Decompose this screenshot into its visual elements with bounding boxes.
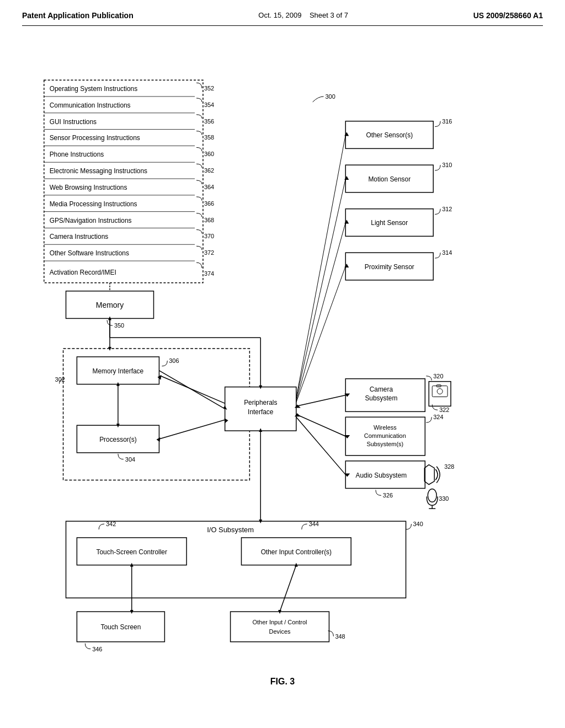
ref-342: 342 <box>106 521 116 527</box>
proximity-sensor-label: Proximity Sensor <box>365 263 414 271</box>
ref-300: 300 <box>326 93 335 100</box>
ref-310: 310 <box>442 162 452 168</box>
motion-sensor-label: Motion Sensor <box>368 175 411 183</box>
page-header: Patent Application Publication Oct. 15, … <box>22 11 543 26</box>
svg-line-56 <box>296 223 345 402</box>
processors-label: Processor(s) <box>99 436 137 443</box>
row-media: Media Processing Instructions <box>50 200 137 208</box>
svg-line-54 <box>296 179 345 399</box>
svg-rect-36 <box>231 612 329 642</box>
row-gui: GUI Instructions <box>50 118 97 126</box>
ref-304: 304 <box>125 456 135 463</box>
touch-screen-label: Touch Screen <box>100 623 141 631</box>
header-sheet: Sheet 3 of 7 <box>310 11 348 19</box>
ref-306: 306 <box>169 357 179 364</box>
ref-346: 346 <box>92 646 102 652</box>
ref-344: 344 <box>309 521 319 527</box>
svg-point-29 <box>428 489 436 502</box>
row-activation: Activation Record/IMEI <box>50 269 116 276</box>
header-right: US 2009/258660 A1 <box>473 11 543 20</box>
ref-374: 374 <box>204 270 214 277</box>
row-web: Web Browsing Instructions <box>50 184 127 191</box>
row-os: Operating System Instructions <box>50 85 138 93</box>
wireless-label1: Wireless <box>374 424 397 431</box>
ref-320: 320 <box>433 373 443 379</box>
ref-340: 340 <box>413 521 423 527</box>
ref-372: 372 <box>204 249 214 256</box>
ref-324: 324 <box>433 414 443 420</box>
ref-358: 358 <box>204 134 214 141</box>
ref-356: 356 <box>204 118 214 125</box>
ref-328: 328 <box>444 463 454 470</box>
light-sensor-label: Light Sensor <box>371 219 408 227</box>
peripherals-label2: Interface <box>248 408 274 416</box>
header-left: Patent Application Publication <box>22 11 134 20</box>
ref-348: 348 <box>335 633 345 640</box>
diagram-svg: Operating System Instructions Communicat… <box>22 37 543 671</box>
header-center: Oct. 15, 2009 Sheet 3 of 7 <box>258 11 348 19</box>
other-sensors-label: Other Sensor(s) <box>366 131 413 139</box>
ref-368: 368 <box>204 217 214 223</box>
camera-label2: Subsystem <box>365 394 397 402</box>
svg-line-60 <box>296 395 345 406</box>
ref-312: 312 <box>442 206 452 212</box>
row-email: Electronic Messaging Instructions <box>50 167 147 175</box>
fig-label: FIG. 3 <box>22 677 543 687</box>
ref-362: 362 <box>204 167 214 174</box>
ref-352: 352 <box>204 85 214 92</box>
page: Patent Application Publication Oct. 15, … <box>0 0 565 728</box>
ref-354: 354 <box>204 101 214 108</box>
peripherals-label1: Peripherals <box>244 399 277 406</box>
camera-label1: Camera <box>370 386 393 393</box>
row-other-sw: Other Software Instructions <box>50 249 129 257</box>
ref-366: 366 <box>204 200 214 207</box>
other-input-ctrl-label: Other Input Controller(s) <box>261 548 332 556</box>
ref-330: 330 <box>439 495 449 502</box>
wireless-label2: Communication <box>364 432 406 439</box>
header-date: Oct. 15, 2009 <box>258 11 301 19</box>
audio-label: Audio Subsystem <box>356 472 407 479</box>
touch-screen-ctrl-label: Touch-Screen Controller <box>97 548 167 556</box>
memory-interface-label: Memory Interface <box>93 367 144 375</box>
svg-marker-28 <box>424 465 434 485</box>
row-comm: Communication Instructions <box>50 101 131 109</box>
svg-line-52 <box>296 135 345 398</box>
svg-line-58 <box>296 266 345 402</box>
diagram-container: Operating System Instructions Communicat… <box>22 37 543 671</box>
row-phone: Phone Instructions <box>50 151 104 158</box>
wireless-label3: Subsystem(s) <box>366 441 403 447</box>
ref-364: 364 <box>204 184 214 190</box>
row-gps: GPS/Navigation Instructions <box>50 217 132 224</box>
ref-326: 326 <box>383 492 393 499</box>
ref-314: 314 <box>442 249 452 256</box>
ref-370: 370 <box>204 233 214 239</box>
ref-360: 360 <box>204 151 214 157</box>
io-subsystem-label: I/O Subsystem <box>207 526 254 534</box>
ref-350: 350 <box>114 322 124 329</box>
ref-322: 322 <box>439 406 449 413</box>
row-camera-instr: Camera Instructions <box>50 233 109 240</box>
other-input-dev-label1: Other Input / Control <box>253 619 307 625</box>
ref-316: 316 <box>442 118 452 125</box>
row-sensor-proc: Sensor Processing Instructions <box>50 134 140 142</box>
other-input-dev-label2: Devices <box>269 628 291 635</box>
memory-label: Memory <box>96 301 124 309</box>
